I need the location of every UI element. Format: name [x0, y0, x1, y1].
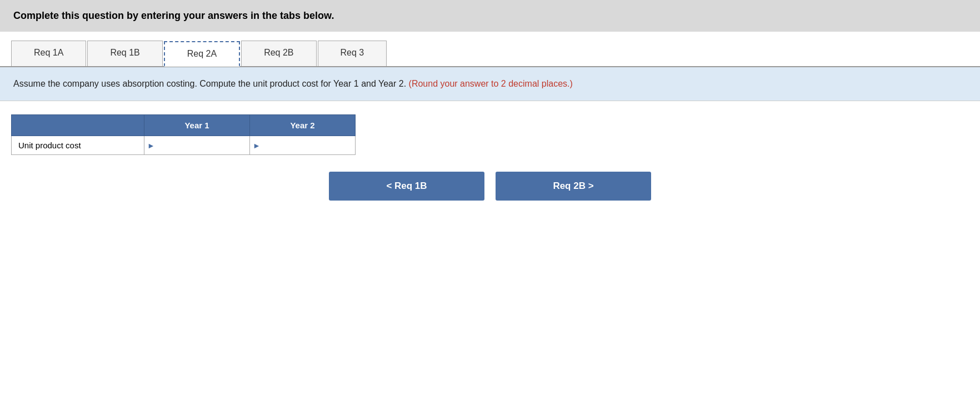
- table-row: Unit product cost ► ►: [12, 136, 356, 155]
- table-header-year1: Year 1: [144, 115, 250, 136]
- tab-req1b[interactable]: Req 1B: [87, 41, 162, 66]
- unit-cost-table: Year 1 Year 2 Unit product cost ► ►: [11, 114, 356, 155]
- tab-req2a[interactable]: Req 2A: [164, 41, 240, 67]
- next-button[interactable]: Req 2B >: [496, 172, 651, 201]
- round-note: (Round your answer to 2 decimal places.): [406, 79, 573, 88]
- question-main-text: Assume the company uses absorption costi…: [13, 79, 406, 88]
- year1-input[interactable]: [144, 136, 249, 154]
- instruction-text: Complete this question by entering your …: [13, 10, 334, 21]
- instruction-bar: Complete this question by entering your …: [0, 0, 980, 32]
- table-header-year2: Year 2: [250, 115, 356, 136]
- buttons-row: < Req 1B Req 2B >: [0, 155, 980, 217]
- row-label: Unit product cost: [12, 136, 144, 155]
- tab-req3[interactable]: Req 3: [318, 41, 387, 66]
- tab-req1a[interactable]: Req 1A: [11, 41, 86, 66]
- year2-input-cell[interactable]: ►: [250, 136, 356, 155]
- year1-input-cell[interactable]: ►: [144, 136, 250, 155]
- tab-req2b[interactable]: Req 2B: [241, 41, 316, 66]
- tabs-container: Req 1A Req 1B Req 2A Req 2B Req 3: [0, 32, 980, 67]
- prev-button[interactable]: < Req 1B: [329, 172, 484, 201]
- table-area: Year 1 Year 2 Unit product cost ► ►: [0, 101, 980, 155]
- question-area: Assume the company uses absorption costi…: [0, 67, 980, 101]
- table-header-empty: [12, 115, 144, 136]
- year2-input[interactable]: [250, 136, 355, 154]
